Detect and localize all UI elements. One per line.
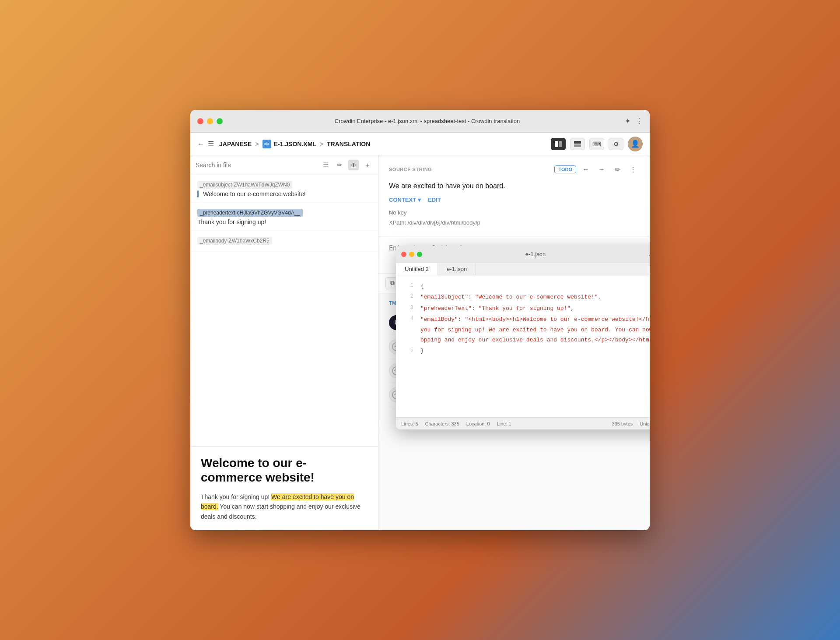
breadcrumb-language: JAPANESE: [219, 141, 252, 148]
toolbar: ← ☰ JAPANESE > </> E-1.JSON.XML > TRANSL…: [190, 133, 650, 155]
list-view-button[interactable]: ☰: [320, 160, 331, 170]
main-window: Crowdin Enterprise - e-1.json.xml - spre…: [190, 110, 650, 530]
json-statusbar: Lines: 5 Characters: 335 Location: 0 Lin…: [396, 417, 650, 429]
source-header: SOURCE STRING TODO ← → ✏ ⋮: [389, 163, 639, 176]
status-chars: Characters: 335: [425, 421, 459, 426]
puzzle-icon: ✦: [625, 117, 630, 125]
string-value: Thank you for signing up!: [197, 218, 371, 225]
status-lines: Lines: 5: [401, 421, 418, 426]
json-line: 2 "emailSubject": "Welcome to our e-comm…: [396, 292, 650, 302]
breadcrumb-file: </> E-1.JSON.XML: [262, 140, 316, 148]
breadcrumb: JAPANESE > </> E-1.JSON.XML > TRANSLATIO…: [219, 140, 370, 148]
string-value: Welcome to our e-commerce website!: [197, 190, 371, 197]
no-key-label: No key: [389, 207, 639, 218]
json-line: 3 "preheaderText": "Thank you for signin…: [396, 303, 650, 314]
svg-rect-0: [555, 141, 558, 147]
source-section: SOURCE STRING TODO ← → ✏ ⋮ We are excite…: [378, 155, 650, 236]
json-line: 5 }: [396, 345, 650, 356]
string-key: _preheadertext-cHJlaGVhZGVyVGV4dA__: [197, 209, 303, 217]
string-indicator: [197, 190, 199, 197]
context-tab[interactable]: CONTEXT ▾: [389, 197, 421, 203]
xpath-label: XPath: /div/div/div[6]/div/html/body/p: [389, 218, 639, 228]
language-label: JAPANESE: [219, 141, 252, 148]
preview-body: Thank you for signing up! We are excited…: [201, 492, 368, 521]
json-tab-file[interactable]: e-1.json: [438, 263, 476, 275]
file-type-icon: </>: [262, 140, 271, 148]
breadcrumb-section: TRANSLATION: [327, 141, 370, 148]
file-label: E-1.JSON.XML: [274, 141, 316, 148]
json-format: JSON ▲▼: [649, 251, 650, 257]
json-line: 4 "emailBody": "<html><body><h1>Welcome …: [396, 314, 650, 345]
status-location: Location: 0: [466, 421, 490, 426]
context-tabs: CONTEXT ▾ EDIT: [389, 197, 639, 203]
titlebar: Crowdin Enterprise - e-1.json.xml - spre…: [190, 110, 650, 133]
source-label: SOURCE STRING: [389, 167, 432, 172]
search-input[interactable]: [196, 162, 317, 169]
more-options-button[interactable]: ⋮: [627, 163, 639, 176]
svg-rect-2: [574, 141, 581, 144]
json-traffic-lights: [401, 252, 422, 257]
edit-source-button[interactable]: ✏: [611, 163, 623, 176]
string-key: _emailsubject-ZW1haWxTdWJqZWN0: [197, 181, 292, 189]
context-dropdown-icon: ▾: [418, 197, 421, 203]
prev-string-button[interactable]: ←: [580, 163, 592, 176]
search-bar: ☰ ✏ 👁 ＋: [190, 155, 378, 175]
preview-body-pre: Thank you for signing up!: [201, 493, 271, 500]
keyboard-button[interactable]: ⌨: [589, 138, 604, 150]
user-avatar[interactable]: 👤: [628, 137, 643, 151]
json-line: 1 {: [396, 281, 650, 292]
statusbar-right: 335 bytes Unicode (UTF-8) LF: [612, 421, 650, 426]
section-label: TRANSLATION: [327, 141, 370, 148]
json-content: 1 { 2 "emailSubject": "Welcome to our e-…: [396, 275, 650, 417]
status-encoding: Unicode (UTF-8): [640, 421, 650, 426]
status-line: Line: 1: [497, 421, 511, 426]
json-close[interactable]: [401, 252, 406, 257]
string-key: _emailbody-ZW1haWxCb2R5: [197, 237, 272, 245]
edit-tab[interactable]: EDIT: [428, 197, 441, 203]
edit-button[interactable]: ✏: [334, 160, 345, 170]
list-item[interactable]: _preheadertext-cHJlaGVhZGVyVGV4dA__ Than…: [190, 203, 378, 231]
nav-buttons: ← ☰: [197, 140, 214, 148]
todo-badge[interactable]: TODO: [554, 165, 576, 173]
view-toggle-2[interactable]: [570, 138, 585, 150]
menu-button[interactable]: ☰: [208, 140, 214, 148]
add-button[interactable]: ＋: [362, 160, 373, 170]
minimize-button[interactable]: [207, 118, 213, 124]
svg-rect-3: [574, 144, 581, 147]
preview-title: Welcome to our e-commerce website!: [201, 456, 368, 485]
more-icon: ⋮: [636, 117, 643, 125]
source-text: We are excited to have you on board.: [389, 181, 639, 191]
json-tabs: Untitled 2 e-1.json ＋ ⊡: [396, 263, 650, 275]
status-bytes: 335 bytes: [612, 421, 633, 426]
settings-button[interactable]: ⚙: [609, 138, 623, 150]
next-string-button[interactable]: →: [595, 163, 608, 176]
maximize-button[interactable]: [217, 118, 223, 124]
json-maximize[interactable]: [417, 252, 422, 257]
preview-button[interactable]: 👁: [348, 160, 359, 170]
toolbar-right: ⌨ ⚙ 👤: [551, 137, 643, 151]
json-tab-untitled[interactable]: Untitled 2: [396, 263, 438, 275]
preview-body-post: You can now start shopping and enjoy our…: [201, 503, 360, 520]
close-button[interactable]: [197, 118, 203, 124]
json-filename: e-1.json: [426, 251, 645, 257]
list-item[interactable]: _emailbody-ZW1haWxCb2R5: [190, 231, 378, 252]
traffic-lights: [197, 118, 223, 124]
json-titlebar: e-1.json JSON ▲▼ i: [396, 246, 650, 263]
titlebar-icons: ✦ ⋮: [625, 117, 643, 125]
breadcrumb-sep1: >: [255, 141, 259, 148]
back-button[interactable]: ←: [197, 140, 204, 148]
list-item[interactable]: _emailsubject-ZW1haWxTdWJqZWN0 Welcome t…: [190, 175, 378, 203]
json-minimize[interactable]: [409, 252, 414, 257]
search-icons: ☰ ✏ 👁 ＋: [320, 160, 373, 170]
window-title: Crowdin Enterprise - e-1.json.xml - spre…: [230, 118, 625, 124]
breadcrumb-sep2: >: [320, 141, 323, 148]
svg-rect-1: [559, 141, 562, 147]
preview-panel: Welcome to our e-commerce website! Thank…: [190, 447, 378, 530]
json-editor: e-1.json JSON ▲▼ i Untitled 2 e-1.json ＋…: [396, 246, 650, 429]
context-section: CONTEXT ▾ EDIT No key XPath: /div/div/di…: [389, 197, 639, 228]
context-info: No key XPath: /div/div/div[6]/div/html/b…: [389, 207, 639, 228]
string-list: _emailsubject-ZW1haWxTdWJqZWN0 Welcome t…: [190, 175, 378, 447]
left-panel: ☰ ✏ 👁 ＋ _emailsubject-ZW1haWxTdWJqZWN0 W…: [190, 155, 378, 530]
source-actions: TODO ← → ✏ ⋮: [554, 163, 639, 176]
view-toggle-1[interactable]: [551, 138, 566, 150]
